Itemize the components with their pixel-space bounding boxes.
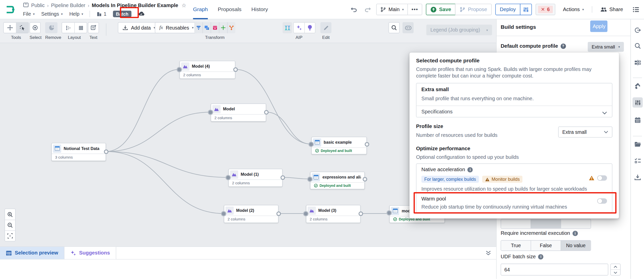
warm-pool-toggle[interactable]	[597, 198, 607, 204]
batch-mode-badge[interactable]: Batch	[113, 11, 131, 17]
branch-more-button[interactable]: •••	[407, 4, 422, 15]
node-input-port[interactable]	[307, 176, 312, 182]
properties-list-button[interactable]	[631, 5, 641, 14]
option-no-value[interactable]: No value	[561, 241, 591, 250]
add-data-button[interactable]: Add data▾	[118, 22, 160, 33]
share-button[interactable]: Share	[596, 4, 627, 15]
collapse-bottom-panel-icon[interactable]	[485, 250, 491, 257]
default-compute-profile-dropdown[interactable]: Extra small▾	[588, 42, 624, 52]
node-output-port[interactable]	[362, 177, 367, 181]
aip-generate-button[interactable]	[294, 22, 304, 33]
graph-node[interactable]: Model (1)2 columns	[228, 169, 283, 187]
tab-history[interactable]: History	[251, 0, 268, 19]
checklist-icon[interactable]	[632, 156, 643, 166]
node-output-port[interactable]	[104, 149, 108, 154]
build-hammer-icon[interactable]	[632, 81, 643, 91]
info-icon[interactable]: i	[573, 231, 578, 236]
node-output-port[interactable]	[264, 110, 268, 114]
aip-suggest-button[interactable]	[304, 22, 315, 33]
remove-button[interactable]	[45, 22, 58, 33]
resource-count[interactable]: 1	[97, 11, 107, 17]
filter-transform-button[interactable]	[194, 22, 203, 33]
info-icon[interactable]: i	[467, 167, 473, 172]
redo-button[interactable]	[363, 5, 373, 14]
save-button[interactable]: Save	[426, 4, 456, 15]
search-button[interactable]	[388, 22, 400, 33]
stepper-down-button[interactable]	[611, 269, 620, 275]
add-text-button[interactable]	[88, 22, 99, 33]
help-icon[interactable]: ?	[560, 43, 566, 49]
folder-icon[interactable]	[632, 139, 643, 149]
union-transform-button[interactable]	[227, 22, 235, 33]
segment-option[interactable]	[531, 219, 561, 228]
node-output-port[interactable]	[364, 142, 369, 146]
apply-button[interactable]: Apply	[590, 20, 607, 32]
graph-node[interactable]: basic exampleDeployed and built	[311, 137, 367, 155]
tab-proposals[interactable]: Proposals	[218, 0, 241, 19]
node-input-port[interactable]	[308, 141, 314, 147]
collapse-panel-icon[interactable]	[632, 25, 643, 35]
deploy-button[interactable]: Deploy	[495, 4, 520, 15]
tab-suggestions[interactable]: Suggestions	[64, 247, 116, 259]
option-false[interactable]: False	[531, 241, 561, 250]
option-true[interactable]: True	[501, 241, 531, 250]
graph-node[interactable]: Model (4)2 columns	[180, 61, 235, 79]
pivot-transform-button[interactable]	[219, 22, 227, 33]
legend-dropdown[interactable]: Legend (Job grouping)▾	[426, 25, 492, 35]
select-tool-button[interactable]	[16, 22, 28, 33]
reusables-button[interactable]: fx Reusables▾	[155, 22, 198, 33]
info-icon[interactable]: i	[538, 254, 543, 259]
edit-button[interactable]	[320, 22, 331, 33]
native-acceleration-toggle[interactable]	[597, 175, 607, 181]
layout-columns-icon[interactable]	[632, 58, 643, 68]
specifications-toggle[interactable]: Specifications	[422, 109, 453, 115]
graph-node[interactable]: expressions and aliasingDeployed and bui…	[310, 172, 365, 189]
node-input-port[interactable]	[386, 210, 392, 215]
node-input-port[interactable]	[226, 175, 231, 180]
preview-toggle-icon[interactable]	[403, 22, 414, 33]
segment-option[interactable]	[501, 219, 531, 228]
node-input-port[interactable]	[208, 109, 213, 115]
node-input-port[interactable]	[221, 211, 226, 216]
branch-picker[interactable]: Main ▾	[377, 4, 407, 15]
breadcrumb-root[interactable]: Public	[31, 3, 45, 8]
node-output-port[interactable]	[276, 211, 281, 216]
chevron-down-icon[interactable]	[602, 109, 607, 116]
node-input-port[interactable]	[303, 211, 308, 216]
node-input-port[interactable]	[177, 67, 182, 72]
move-tool-button[interactable]	[4, 22, 16, 33]
favorite-star-icon[interactable]: ☆	[182, 2, 186, 8]
actions-menu-button[interactable]: Actions▾	[559, 4, 588, 15]
graph-node[interactable]: Model (2)2 columns	[224, 205, 278, 223]
tab-graph[interactable]: Graph	[193, 0, 208, 19]
error-count-button[interactable]: ✕6	[535, 4, 555, 15]
graph-node[interactable]: Model (3)2 columns	[306, 205, 361, 223]
help-menu[interactable]: Help▾	[69, 11, 83, 17]
join-transform-button[interactable]	[203, 22, 211, 33]
export-download-icon[interactable]	[632, 172, 643, 182]
segment-option[interactable]	[561, 219, 591, 228]
zoom-out-button[interactable]	[5, 220, 15, 230]
file-menu[interactable]: File▾	[23, 11, 35, 17]
udf-batch-size-input[interactable]	[501, 264, 608, 275]
breadcrumb-section[interactable]: Pipeline Builder	[51, 3, 85, 8]
graph-node[interactable]: Model2 columns	[211, 104, 266, 122]
deploy-settings-button[interactable]	[520, 4, 532, 15]
node-output-port[interactable]	[233, 67, 238, 72]
node-output-port[interactable]	[358, 211, 363, 216]
graph-node[interactable]: Notional Test Data3 columns	[51, 143, 106, 161]
undo-button[interactable]	[349, 5, 359, 14]
build-settings-sliders-icon[interactable]	[632, 97, 643, 108]
propose-button[interactable]: Propose	[455, 4, 492, 15]
search-rail-icon[interactable]	[632, 41, 643, 51]
grid-layout-button[interactable]	[74, 22, 87, 33]
zoom-fit-button[interactable]	[5, 230, 15, 241]
settings-menu[interactable]: Settings▾	[41, 11, 63, 17]
date-transform-button[interactable]	[211, 22, 219, 33]
node-output-port[interactable]	[280, 175, 285, 180]
schedule-calendar-icon[interactable]	[632, 115, 643, 125]
tab-selection-preview[interactable]: Selection preview	[0, 247, 64, 259]
zoom-in-button[interactable]	[5, 209, 15, 220]
auto-layout-button[interactable]	[62, 22, 75, 33]
select-target-button[interactable]	[30, 22, 41, 33]
